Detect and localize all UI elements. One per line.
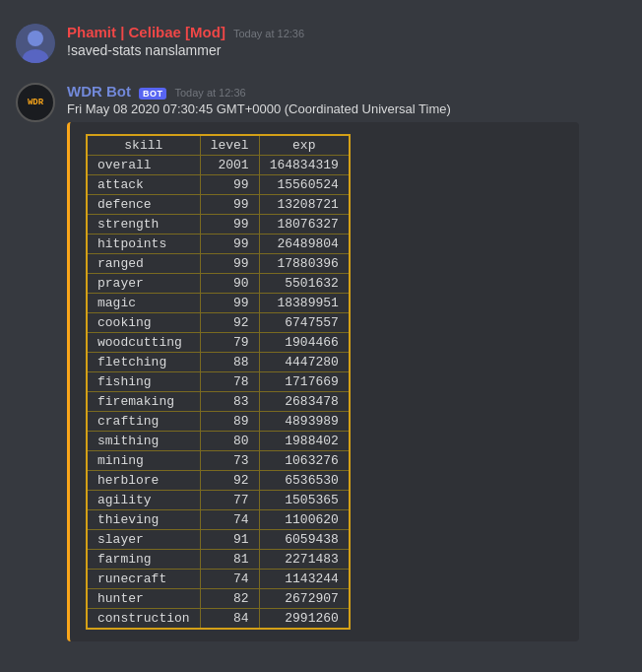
bot-username: WDR Bot xyxy=(67,83,131,100)
embed-container: skill level exp overall2001164834319atta… xyxy=(67,122,579,641)
cell-exp: 18076327 xyxy=(259,215,350,235)
cell-level: 73 xyxy=(200,451,259,471)
table-row: magic9918389951 xyxy=(87,294,350,313)
cell-skill: strength xyxy=(87,215,200,235)
table-row: strength9918076327 xyxy=(87,215,350,235)
cell-skill: slayer xyxy=(87,530,200,550)
user-timestamp: Today at 12:36 xyxy=(233,28,304,39)
cell-exp: 18389951 xyxy=(259,294,350,313)
cell-exp: 6536530 xyxy=(259,471,350,491)
cell-level: 2001 xyxy=(200,156,259,175)
cell-level: 90 xyxy=(200,274,259,294)
table-row: smithing801988402 xyxy=(87,432,350,451)
cell-exp: 1904466 xyxy=(259,333,350,353)
cell-skill: crafting xyxy=(87,412,200,432)
cell-level: 91 xyxy=(200,530,259,550)
cell-exp: 1063276 xyxy=(259,451,350,471)
cell-skill: woodcutting xyxy=(87,333,200,353)
cell-exp: 1988402 xyxy=(259,432,350,451)
bot-message-content: WDR Bot BOT Today at 12:36 Fri May 08 20… xyxy=(67,83,626,641)
cell-exp: 1717669 xyxy=(259,372,350,392)
cell-level: 88 xyxy=(200,353,259,372)
cell-skill: farming xyxy=(87,550,200,570)
table-row: ranged9917880396 xyxy=(87,254,350,274)
table-row: farming812271483 xyxy=(87,550,350,570)
cell-level: 80 xyxy=(200,432,259,451)
cell-skill: defence xyxy=(87,195,200,215)
cell-level: 92 xyxy=(200,471,259,491)
cell-level: 89 xyxy=(200,412,259,432)
cell-exp: 1505365 xyxy=(259,491,350,510)
username: Phamit | Celibae [Mod] xyxy=(67,24,225,40)
bot-message-header: WDR Bot BOT Today at 12:36 xyxy=(67,83,626,100)
cell-level: 74 xyxy=(200,510,259,530)
cell-skill: fishing xyxy=(87,372,200,392)
cell-skill: attack xyxy=(87,175,200,195)
table-row: fishing781717669 xyxy=(87,372,350,392)
bot-badge: BOT xyxy=(139,88,167,100)
table-row: attack9915560524 xyxy=(87,175,350,195)
user-message-header: Phamit | Celibae [Mod] Today at 12:36 xyxy=(67,24,626,40)
cell-exp: 1143244 xyxy=(259,570,350,589)
table-row: firemaking832683478 xyxy=(87,392,350,412)
cell-exp: 6059438 xyxy=(259,530,350,550)
cell-level: 92 xyxy=(200,313,259,333)
bot-avatar: WDR xyxy=(16,83,55,122)
table-row: herblore926536530 xyxy=(87,471,350,491)
bot-message: WDR WDR Bot BOT Today at 12:36 Fri May 0… xyxy=(0,75,642,649)
user-message-text: !saved-stats nanslammer xyxy=(67,42,626,58)
cell-skill: thieving xyxy=(87,510,200,530)
table-row: hitpoints9926489804 xyxy=(87,235,350,254)
cell-exp: 2683478 xyxy=(259,392,350,412)
cell-level: 79 xyxy=(200,333,259,353)
cell-exp: 15560524 xyxy=(259,175,350,195)
svg-point-1 xyxy=(28,31,43,46)
cell-level: 74 xyxy=(200,570,259,589)
table-row: slayer916059438 xyxy=(87,530,350,550)
user-message-content: Phamit | Celibae [Mod] Today at 12:36 !s… xyxy=(67,24,626,63)
table-row: defence9913208721 xyxy=(87,195,350,215)
cell-skill: mining xyxy=(87,451,200,471)
header-exp: exp xyxy=(259,135,350,156)
user-avatar xyxy=(16,24,55,63)
cell-skill: herblore xyxy=(87,471,200,491)
header-skill: skill xyxy=(87,135,200,156)
cell-skill: smithing xyxy=(87,432,200,451)
table-row: overall2001164834319 xyxy=(87,156,350,175)
cell-exp: 164834319 xyxy=(259,156,350,175)
cell-level: 81 xyxy=(200,550,259,570)
cell-level: 99 xyxy=(200,254,259,274)
table-row: fletching884447280 xyxy=(87,353,350,372)
cell-level: 77 xyxy=(200,491,259,510)
cell-skill: ranged xyxy=(87,254,200,274)
cell-exp: 1100620 xyxy=(259,510,350,530)
cell-level: 84 xyxy=(200,609,259,630)
cell-level: 99 xyxy=(200,195,259,215)
table-row: prayer905501632 xyxy=(87,274,350,294)
cell-exp: 5501632 xyxy=(259,274,350,294)
cell-level: 99 xyxy=(200,215,259,235)
cell-skill: firemaking xyxy=(87,392,200,412)
stats-table: skill level exp overall2001164834319atta… xyxy=(86,134,351,630)
table-row: crafting894893989 xyxy=(87,412,350,432)
cell-skill: agility xyxy=(87,491,200,510)
cell-skill: overall xyxy=(87,156,200,175)
cell-level: 99 xyxy=(200,294,259,313)
cell-exp: 4447280 xyxy=(259,353,350,372)
cell-exp: 4893989 xyxy=(259,412,350,432)
bot-timestamp: Today at 12:36 xyxy=(174,87,245,99)
table-row: mining731063276 xyxy=(87,451,350,471)
cell-level: 83 xyxy=(200,392,259,412)
cell-exp: 17880396 xyxy=(259,254,350,274)
cell-skill: construction xyxy=(87,609,200,630)
cell-exp: 2991260 xyxy=(259,609,350,630)
cell-skill: runecraft xyxy=(87,570,200,589)
table-row: woodcutting791904466 xyxy=(87,333,350,353)
cell-level: 82 xyxy=(200,589,259,609)
cell-exp: 2672907 xyxy=(259,589,350,609)
cell-exp: 26489804 xyxy=(259,235,350,254)
table-row: construction842991260 xyxy=(87,609,350,630)
cell-skill: fletching xyxy=(87,353,200,372)
bot-date-line: Fri May 08 2020 07:30:45 GMT+0000 (Coord… xyxy=(67,101,626,116)
cell-level: 99 xyxy=(200,235,259,254)
